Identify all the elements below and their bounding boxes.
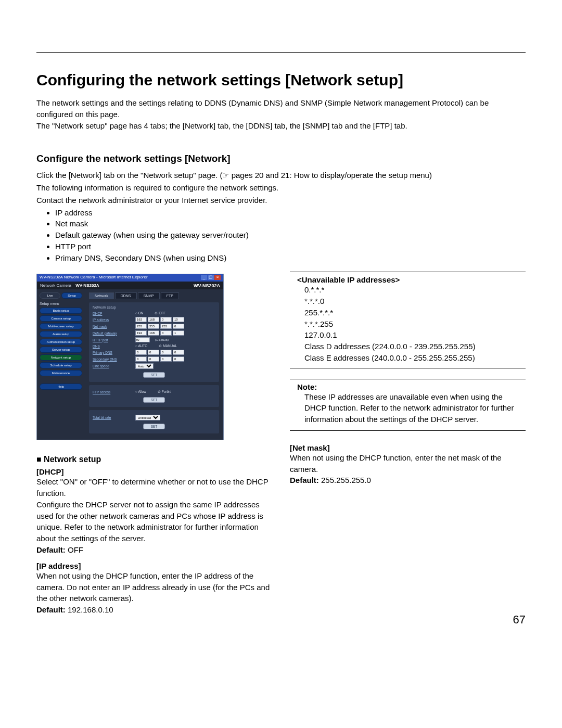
intro-block: The network settings and the settings re… bbox=[36, 97, 526, 131]
field-label-dns: DNS bbox=[93, 344, 132, 348]
ip-octet[interactable] bbox=[173, 317, 184, 322]
note-heading: Note: bbox=[297, 382, 526, 391]
gw-octet[interactable] bbox=[135, 330, 147, 336]
ip-octet[interactable] bbox=[160, 317, 172, 322]
window-buttons: _▢× bbox=[201, 275, 221, 281]
sidebar-item-help[interactable]: Help bbox=[40, 384, 82, 390]
bitrate-panel: Total bit rate Unlimited SET bbox=[89, 410, 219, 433]
tab-snmp[interactable]: SNMP bbox=[138, 292, 160, 299]
tab-network[interactable]: Network bbox=[89, 292, 114, 299]
default-line: Default: OFF bbox=[36, 545, 272, 554]
field-label-bitrate: Total bit rate bbox=[93, 416, 132, 419]
dns-octet[interactable] bbox=[160, 350, 172, 355]
sidebar-item-server[interactable]: Server setup bbox=[40, 347, 82, 353]
setup-button[interactable]: Setup bbox=[61, 292, 82, 299]
set-button[interactable]: SET bbox=[143, 424, 165, 429]
body-text: When not using the DHCP function, enter … bbox=[36, 570, 272, 604]
section-paragraph: Contact the network administrator or you… bbox=[36, 195, 526, 206]
box-line: 127.0.0.1 bbox=[304, 329, 526, 341]
field-label-sdns: Secondary DNS bbox=[93, 357, 132, 361]
field-heading-ip: [IP address] bbox=[36, 561, 272, 570]
sidebar-item-network[interactable]: Network setup bbox=[40, 354, 82, 361]
sidebar-item-multiscreen[interactable]: Multi-screen setup bbox=[40, 323, 82, 329]
nm-octet[interactable] bbox=[173, 324, 184, 329]
radio-dns-auto[interactable]: AUTO bbox=[135, 344, 147, 348]
gw-octet[interactable] bbox=[160, 330, 172, 336]
radio-dhcp-off[interactable]: OFF bbox=[155, 311, 165, 315]
requirements-list: IP address Net mask Default gateway (whe… bbox=[48, 207, 526, 264]
nm-octet[interactable] bbox=[160, 324, 172, 329]
http-port-input[interactable] bbox=[135, 337, 150, 342]
maximize-icon[interactable]: ▢ bbox=[208, 275, 214, 280]
gw-octet[interactable] bbox=[148, 330, 159, 336]
tab-ftp[interactable]: FTP bbox=[161, 292, 179, 299]
default-line: Default: 255.255.255.0 bbox=[290, 476, 526, 484]
dns-octet[interactable] bbox=[148, 356, 159, 362]
dns-octet[interactable] bbox=[173, 350, 184, 355]
section-title: Configure the network settings [Network] bbox=[36, 153, 526, 164]
network-panel: Network setup DHCP ONOFF IP address Net … bbox=[89, 302, 219, 382]
gw-octet[interactable] bbox=[173, 330, 184, 336]
tab-ddns[interactable]: DDNS bbox=[115, 292, 137, 299]
close-icon[interactable]: × bbox=[214, 275, 221, 280]
note-box: Note: These IP addresses are unavailable… bbox=[290, 379, 526, 431]
nm-octet[interactable] bbox=[135, 324, 147, 329]
sidebar-item-auth[interactable]: Authentication setup bbox=[40, 339, 82, 345]
dns-octet[interactable] bbox=[148, 350, 159, 355]
field-label-gateway: Default gateway bbox=[93, 331, 132, 335]
field-label-netmask: Net mask bbox=[93, 325, 132, 328]
bitrate-select[interactable]: Unlimited bbox=[135, 415, 160, 420]
set-button[interactable]: SET bbox=[143, 372, 165, 378]
sidebar-item-maintenance[interactable]: Maintenance bbox=[40, 370, 82, 376]
field-heading-netmask: [Net mask] bbox=[290, 443, 526, 452]
sidebar-section-label: Setup menu bbox=[40, 302, 82, 305]
field-label-pdns: Primary DNS bbox=[93, 351, 132, 354]
http-port-hint: (1-65535) bbox=[155, 338, 169, 341]
field-heading-dhcp: [DHCP] bbox=[36, 467, 272, 476]
brand-label: Network Camera bbox=[40, 283, 71, 288]
page-number: 67 bbox=[513, 613, 526, 627]
brand-row: Network Camera WV-NS202A WV-NS202A bbox=[37, 282, 223, 289]
sidebar-item-schedule[interactable]: Schedule setup bbox=[40, 362, 82, 368]
nm-octet[interactable] bbox=[148, 324, 159, 329]
note-body: These IP addresses are unavailable even … bbox=[304, 391, 526, 425]
section-paragraph: The following information is required to… bbox=[36, 182, 526, 194]
live-button[interactable]: Live bbox=[40, 292, 60, 299]
list-item: IP address bbox=[55, 207, 526, 219]
model-label: WV-NS202A bbox=[75, 283, 99, 288]
panel-title: Network setup bbox=[93, 305, 215, 309]
list-item: HTTP port bbox=[55, 241, 526, 252]
ftp-access-panel: FTP access AllowForbid SET bbox=[89, 385, 219, 407]
ip-octet[interactable] bbox=[148, 317, 159, 322]
unavailable-ip-box: <Unavailable IP addresses> 0.*.*.* *.*.*… bbox=[290, 272, 526, 368]
box-line: *.*.*.0 bbox=[304, 296, 526, 307]
dns-octet[interactable] bbox=[173, 356, 184, 362]
sidebar-item-basic[interactable]: Basic setup bbox=[40, 308, 82, 314]
dns-octet[interactable] bbox=[135, 356, 147, 362]
radio-ftp-allow[interactable]: Allow bbox=[135, 390, 146, 394]
set-button[interactable]: SET bbox=[143, 397, 165, 403]
sidebar-item-alarm[interactable]: Alarm setup bbox=[40, 331, 82, 337]
page-title: Configuring the network settings [Networ… bbox=[36, 71, 526, 89]
list-item: Primary DNS, Secondary DNS (when using D… bbox=[55, 252, 526, 264]
box-line: Class D addresses (224.0.0.0 - 239.255.2… bbox=[304, 341, 526, 352]
radio-ftp-forbid[interactable]: Forbid bbox=[158, 390, 171, 394]
minimize-icon[interactable]: _ bbox=[201, 275, 207, 280]
radio-dns-manual[interactable]: MANUAL bbox=[159, 344, 177, 348]
radio-dhcp-on[interactable]: ON bbox=[135, 311, 143, 315]
ip-octet[interactable] bbox=[135, 317, 147, 322]
dns-octet[interactable] bbox=[160, 356, 172, 362]
field-label-ftpaccess: FTP access bbox=[93, 390, 132, 394]
field-label-ip: IP address bbox=[93, 318, 132, 322]
dns-octet[interactable] bbox=[135, 350, 147, 355]
box-heading: <Unavailable IP addresses> bbox=[297, 275, 526, 284]
linespeed-select[interactable]: Auto bbox=[135, 363, 154, 369]
default-line: Default: 192.168.0.10 bbox=[36, 605, 272, 614]
field-label-httpport: HTTP port bbox=[93, 338, 132, 342]
box-line: Class E addresses (240.0.0.0 - 255.255.2… bbox=[304, 352, 526, 364]
intro-paragraph: The "Network setup" page has 4 tabs; the… bbox=[36, 120, 526, 132]
sidebar-item-camera[interactable]: Camera setup bbox=[40, 315, 82, 322]
box-line: *.*.*.255 bbox=[304, 318, 526, 330]
body-text: Select "ON" or "OFF" to determine whethe… bbox=[36, 476, 272, 499]
field-label-linespeed: Line speed bbox=[93, 364, 132, 368]
